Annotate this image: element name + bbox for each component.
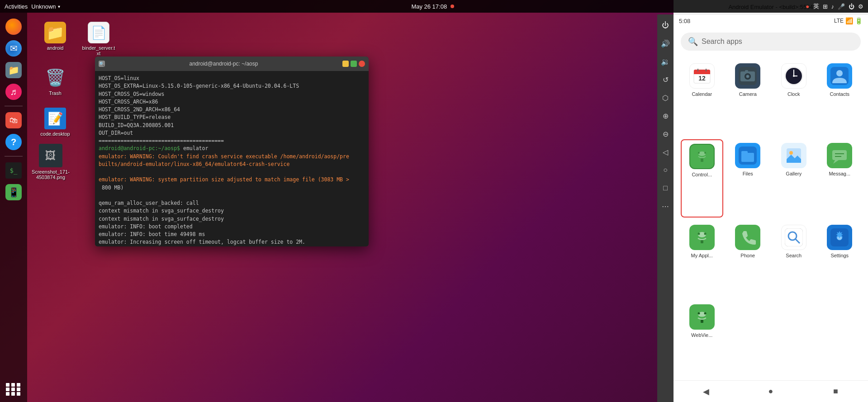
terminal-line: OUT_DIR=out	[99, 129, 365, 137]
ctrl-screenshot-btn[interactable]: ⬡	[659, 91, 672, 104]
app-label-search: Search	[786, 253, 802, 258]
app-cell-messages[interactable]: Messag...	[819, 139, 861, 217]
red-dot-icon: ●	[806, 3, 809, 10]
ctrl-recents-nav-btn[interactable]: □	[659, 182, 672, 194]
topbar-right: ● 英 ⊞ ♪ 🎤 ⏻ ⚙	[806, 2, 863, 10]
ctrl-zoom-in-btn[interactable]: ⊕	[659, 109, 672, 122]
svg-rect-2	[694, 72, 710, 74]
android-time: 5:08	[679, 18, 690, 24]
terminal-body[interactable]: HOST_OS=linux HOST_OS_EXTRA=Linux-5.15.0…	[95, 71, 369, 246]
svg-rect-50	[701, 320, 703, 323]
search-apps-input[interactable]: 🔍 Search apps	[681, 33, 861, 51]
desktop-icon-android-label: android	[47, 45, 64, 51]
android-recents-btn[interactable]: ■	[827, 383, 844, 400]
desktop-icon-binder-server[interactable]: 📄 binder_server.t xt	[81, 22, 117, 56]
dock-item-tablet[interactable]: 📱	[4, 183, 23, 202]
terminal-window: 🔍 android@android-pc: ~/aosp HOST_OS=lin…	[95, 57, 369, 246]
dock-item-ubuntu-software[interactable]: 🛍	[4, 111, 23, 130]
android-back-btn[interactable]: ◀	[698, 383, 714, 400]
settings-icon[interactable]: ⚙	[858, 3, 863, 10]
terminal-line: emulator: INFO: boot time 49498 ms	[99, 231, 365, 238]
files-icon	[735, 143, 760, 168]
ctrl-more-btn[interactable]: ⋯	[659, 200, 672, 213]
activities-button[interactable]: Activities	[5, 3, 28, 10]
app-grid: 12 Calendar	[674, 56, 868, 380]
svg-rect-25	[741, 153, 754, 162]
desktop-icon-screenshot[interactable]: 🖼 Screenshot_171- 4503874.png	[33, 144, 69, 180]
app-cell-search[interactable]: Search	[773, 221, 815, 297]
dock-item-firefox[interactable]	[4, 17, 23, 36]
android-statusbar-right: LTE 📶 🔋	[834, 17, 863, 24]
controls-icon	[689, 144, 715, 169]
svg-rect-19	[693, 147, 711, 166]
svg-text:12: 12	[698, 75, 706, 82]
app-label-clock: Clock	[787, 91, 800, 97]
terminal-close-btn[interactable]	[359, 61, 365, 67]
mic-icon[interactable]: 🎤	[838, 3, 845, 10]
search-apps-search-icon: 🔍	[688, 37, 698, 47]
calendar-icon: 12	[689, 63, 715, 89]
desktop-icon-android[interactable]: 📁 android	[37, 22, 73, 51]
android-battery-icon: 🔋	[855, 17, 863, 24]
dock-item-rhythmbox[interactable]: ♬	[4, 82, 23, 101]
sound-icon[interactable]: ♪	[831, 3, 835, 10]
ctrl-back-nav-btn[interactable]: ◁	[659, 146, 672, 158]
app-cell-gallery[interactable]: Gallery	[773, 139, 815, 217]
app-cell-files[interactable]: Files	[727, 139, 769, 217]
app-cell-phone[interactable]: Phone	[727, 221, 769, 297]
svg-rect-46	[693, 308, 711, 326]
android-emulator-window: Android Emulator - <build>:5554 ✕ 5:08 L…	[674, 0, 868, 402]
app-cell-controls[interactable]: Control...	[681, 139, 723, 217]
terminal-minimize-btn[interactable]	[342, 61, 349, 67]
ctrl-home-nav-btn[interactable]: ○	[659, 164, 672, 176]
terminal-title-label: android@android-pc: ~/aosp	[109, 61, 339, 67]
app-cell-clock[interactable]: Clock	[773, 60, 815, 136]
terminal-line	[99, 168, 365, 176]
app-cell-myapp[interactable]: My Appl...	[681, 221, 723, 297]
desktop-icon-trash[interactable]: 🗑️ Trash	[37, 67, 73, 96]
search-apps-placeholder: Search apps	[702, 38, 742, 46]
android-signal-bars-icon: 📶	[845, 17, 853, 24]
ctrl-vol-up-btn[interactable]: 🔊	[659, 37, 672, 50]
app-cell-contacts[interactable]: Contacts	[819, 60, 861, 136]
terminal-titlebar: 🔍 android@android-pc: ~/aosp	[95, 57, 369, 71]
ctrl-power-btn[interactable]: ⏻	[659, 19, 672, 32]
app-cell-camera[interactable]: Camera	[727, 60, 769, 136]
svg-rect-31	[832, 150, 847, 160]
app-cell-calendar[interactable]: 12 Calendar	[681, 60, 723, 136]
show-apps-button[interactable]	[5, 381, 22, 397]
dock-item-help[interactable]: ?	[4, 132, 23, 151]
ctrl-zoom-out-btn[interactable]: ⊖	[659, 128, 672, 140]
dock-separator	[5, 106, 23, 106]
android-home-btn[interactable]: ●	[763, 383, 779, 400]
app-label-gallery: Gallery	[786, 171, 802, 176]
dock-item-files[interactable]: 📁	[4, 61, 23, 80]
desktop-icon-trash-label: Trash	[49, 90, 62, 96]
terminal-line: context mismatch in svga_surface_destroy	[99, 207, 365, 215]
language-indicator[interactable]: 英	[813, 2, 819, 10]
svg-rect-39	[701, 240, 703, 243]
desktop-icon-screenshot-label: Screenshot_171- 4503874.png	[30, 169, 71, 180]
app-cell-webview[interactable]: WebVie...	[681, 301, 723, 377]
ctrl-vol-down-btn[interactable]: 🔉	[659, 55, 672, 68]
app-indicator[interactable]: Unknown ▾	[31, 3, 60, 10]
terminal-maximize-btn[interactable]	[351, 61, 357, 67]
ctrl-rotate-btn[interactable]: ↺	[659, 73, 672, 86]
terminal-line: android@android-pc:~/aosp$ emulator	[99, 145, 365, 152]
desktop-icon-code[interactable]: 📝 code.desktop	[37, 108, 73, 137]
android-bottom-nav: ◀ ● ■	[674, 380, 868, 402]
app-cell-settings[interactable]: Settings	[819, 221, 861, 297]
app-dropdown-arrow: ▾	[58, 4, 60, 9]
terminal-line: HOST_CROSS_2ND_ARCH=x86_64	[99, 106, 365, 114]
search-apps-bar: 🔍 Search apps	[674, 27, 868, 56]
dock-item-terminal[interactable]: $_	[4, 161, 23, 180]
terminal-search-btn[interactable]: 🔍	[99, 61, 105, 67]
ubuntu-software-icon: 🛍	[5, 112, 22, 128]
terminal-line: context mismatch in svga_surface_destroy	[99, 215, 365, 223]
app-label-controls: Control...	[692, 172, 712, 177]
dock-item-thunderbird[interactable]: ✉	[4, 39, 23, 58]
power-icon[interactable]: ⏻	[849, 3, 854, 10]
svg-point-10	[746, 75, 749, 78]
network-icon[interactable]: ⊞	[823, 3, 828, 10]
terminal-line: emulator: INFO: boot completed	[99, 223, 365, 231]
